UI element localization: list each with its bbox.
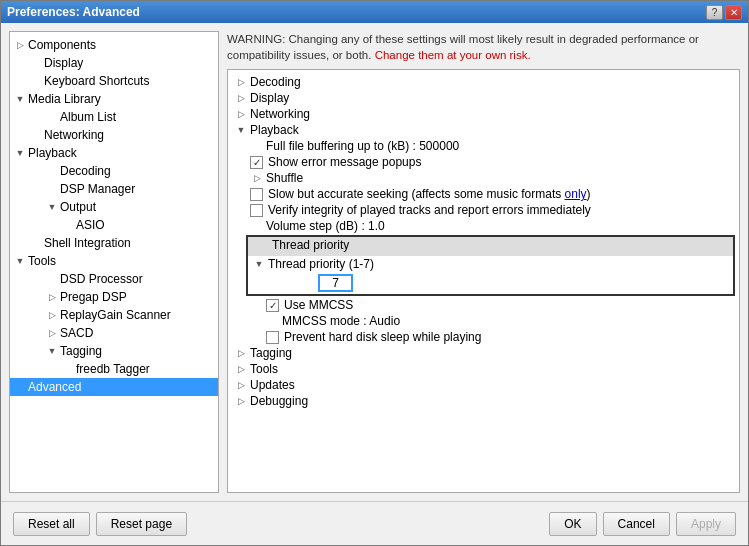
expand-icon-s-networking: ▷ xyxy=(234,107,248,121)
expand-icon-album-list xyxy=(44,109,60,125)
settings-label-updates: Updates xyxy=(250,378,295,392)
sidebar-label-asio: ASIO xyxy=(76,218,105,232)
sidebar-item-sacd[interactable]: ▷ SACD xyxy=(42,324,218,342)
sidebar: ▷ Components Display Keyboard Shortcuts … xyxy=(9,31,219,493)
expand-icon-s-tagging: ▷ xyxy=(234,346,248,360)
checkbox-slow-accurate[interactable] xyxy=(250,188,263,201)
sidebar-item-media-library[interactable]: ▼ Media Library xyxy=(10,90,218,108)
ok-button[interactable]: OK xyxy=(549,512,596,536)
settings-item-mmcss-mode[interactable]: MMCSS mode : Audio xyxy=(228,313,739,329)
sidebar-item-display[interactable]: Display xyxy=(26,54,218,72)
sidebar-label-dsp: DSP Manager xyxy=(60,182,135,196)
sidebar-item-networking[interactable]: Networking xyxy=(26,126,218,144)
sidebar-item-shell[interactable]: Shell Integration xyxy=(26,234,218,252)
sidebar-label-replaygain: ReplayGain Scanner xyxy=(60,308,171,322)
sidebar-item-tagging[interactable]: ▼ Tagging xyxy=(42,342,218,360)
expand-icon-s-display: ▷ xyxy=(234,91,248,105)
main-content: ▷ Components Display Keyboard Shortcuts … xyxy=(1,23,748,501)
settings-item-display[interactable]: ▷ Display xyxy=(228,90,739,106)
expand-icon-sacd: ▷ xyxy=(44,325,60,341)
sidebar-item-asio[interactable]: ASIO xyxy=(58,216,218,234)
settings-label-playback: Playback xyxy=(250,123,299,137)
checkbox-error-popups[interactable]: ✓ xyxy=(250,156,263,169)
settings-item-buffering[interactable]: Full file buffering up to (kB) : 500000 xyxy=(228,138,739,154)
settings-label-thread-priority-sub: Thread priority (1-7) xyxy=(268,257,374,271)
settings-label-debugging: Debugging xyxy=(250,394,308,408)
sidebar-label-advanced: Advanced xyxy=(28,380,81,394)
settings-item-verify-integrity[interactable]: Verify integrity of played tracks and re… xyxy=(228,202,739,218)
sidebar-label-output: Output xyxy=(60,200,96,214)
expand-icon-media-library: ▼ xyxy=(12,91,28,107)
checkbox-verify-integrity[interactable] xyxy=(250,204,263,217)
settings-item-use-mmcss[interactable]: ✓ Use MMCSS xyxy=(228,297,739,313)
only-link[interactable]: only xyxy=(565,187,587,201)
settings-item-shuffle[interactable]: ▷ Shuffle xyxy=(228,170,739,186)
expand-icon-volume-step xyxy=(250,219,264,233)
expand-icon-s-buffering xyxy=(250,139,264,153)
sidebar-item-decoding[interactable]: Decoding xyxy=(42,162,218,180)
sidebar-item-playback[interactable]: ▼ Playback xyxy=(10,144,218,162)
settings-label-volume-step: Volume step (dB) : 1.0 xyxy=(266,219,385,233)
settings-label-mmcss: Use MMCSS xyxy=(284,298,353,312)
thread-priority-spinbox[interactable]: 7 xyxy=(318,274,353,292)
sidebar-label-tagging: Tagging xyxy=(60,344,102,358)
sidebar-label-media-library: Media Library xyxy=(28,92,101,106)
sidebar-item-album-list[interactable]: Album List xyxy=(42,108,218,126)
expand-icon-networking xyxy=(28,127,44,143)
sidebar-item-dsp[interactable]: DSP Manager xyxy=(42,180,218,198)
warning-text: WARNING: Changing any of these settings … xyxy=(227,31,740,63)
settings-label-shuffle: Shuffle xyxy=(266,171,303,185)
settings-item-volume-step[interactable]: Volume step (dB) : 1.0 xyxy=(228,218,739,234)
sidebar-item-output[interactable]: ▼ Output xyxy=(42,198,218,216)
expand-icon-decoding xyxy=(44,163,60,179)
expand-icon-tools: ▼ xyxy=(12,253,28,269)
sidebar-label-display: Display xyxy=(44,56,83,70)
sidebar-item-tools[interactable]: ▼ Tools xyxy=(10,252,218,270)
expand-icon-advanced xyxy=(12,379,28,395)
sidebar-item-advanced[interactable]: Advanced xyxy=(10,378,218,396)
settings-item-thread-priority-sub[interactable]: ▼ Thread priority (1-7) xyxy=(248,256,733,272)
cancel-button[interactable]: Cancel xyxy=(603,512,670,536)
expand-icon-s-decoding: ▷ xyxy=(234,75,248,89)
sidebar-label-sacd: SACD xyxy=(60,326,93,340)
footer-right-buttons: OK Cancel Apply xyxy=(549,512,736,536)
settings-item-decoding[interactable]: ▷ Decoding xyxy=(228,74,739,90)
preferences-window: Preferences: Advanced ? ✕ ▷ Components D… xyxy=(0,0,749,546)
settings-item-error-popups[interactable]: ✓ Show error message popups xyxy=(228,154,739,170)
expand-icon-freedb xyxy=(60,361,76,377)
sidebar-label-pregap-dsp: Pregap DSP xyxy=(60,290,127,304)
sidebar-label-keyboard: Keyboard Shortcuts xyxy=(44,74,149,88)
help-button[interactable]: ? xyxy=(706,5,723,20)
expand-icon-thread-priority xyxy=(256,238,270,252)
sidebar-item-keyboard-shortcuts[interactable]: Keyboard Shortcuts xyxy=(26,72,218,90)
settings-label-buffering: Full file buffering up to (kB) : 500000 xyxy=(266,139,459,153)
checkbox-prevent-sleep[interactable] xyxy=(266,331,279,344)
reset-page-button[interactable]: Reset page xyxy=(96,512,187,536)
settings-item-prevent-sleep[interactable]: Prevent hard disk sleep while playing xyxy=(228,329,739,345)
settings-item-playback[interactable]: ▼ Playback xyxy=(228,122,739,138)
settings-item-updates[interactable]: ▷ Updates xyxy=(228,377,739,393)
sidebar-item-pregap-dsp[interactable]: ▷ Pregap DSP xyxy=(42,288,218,306)
expand-icon-playback: ▼ xyxy=(12,145,28,161)
thread-priority-box: Thread priority ▼ Thread priority (1-7) xyxy=(246,235,735,296)
expand-icon-display xyxy=(28,55,44,71)
reset-all-button[interactable]: Reset all xyxy=(13,512,90,536)
right-panel: WARNING: Changing any of these settings … xyxy=(227,31,740,493)
expand-icon-s-debugging: ▷ xyxy=(234,394,248,408)
apply-button[interactable]: Apply xyxy=(676,512,736,536)
settings-item-debugging[interactable]: ▷ Debugging xyxy=(228,393,739,409)
settings-label-mmcss-mode: MMCSS mode : Audio xyxy=(282,314,400,328)
window-title: Preferences: Advanced xyxy=(7,5,140,19)
close-button[interactable]: ✕ xyxy=(725,5,742,20)
settings-item-networking[interactable]: ▷ Networking xyxy=(228,106,739,122)
expand-icon-shell xyxy=(28,235,44,251)
sidebar-item-freedb[interactable]: freedb Tagger xyxy=(58,360,218,378)
thread-priority-value: 7 xyxy=(332,276,339,290)
settings-item-tagging[interactable]: ▷ Tagging xyxy=(228,345,739,361)
settings-item-slow-accurate[interactable]: Slow but accurate seeking (affects some … xyxy=(228,186,739,202)
sidebar-item-replaygain[interactable]: ▷ ReplayGain Scanner xyxy=(42,306,218,324)
sidebar-item-components[interactable]: ▷ Components xyxy=(10,36,218,54)
sidebar-item-dsd-processor[interactable]: DSD Processor xyxy=(42,270,218,288)
settings-item-tools[interactable]: ▷ Tools xyxy=(228,361,739,377)
checkbox-mmcss[interactable]: ✓ xyxy=(266,299,279,312)
